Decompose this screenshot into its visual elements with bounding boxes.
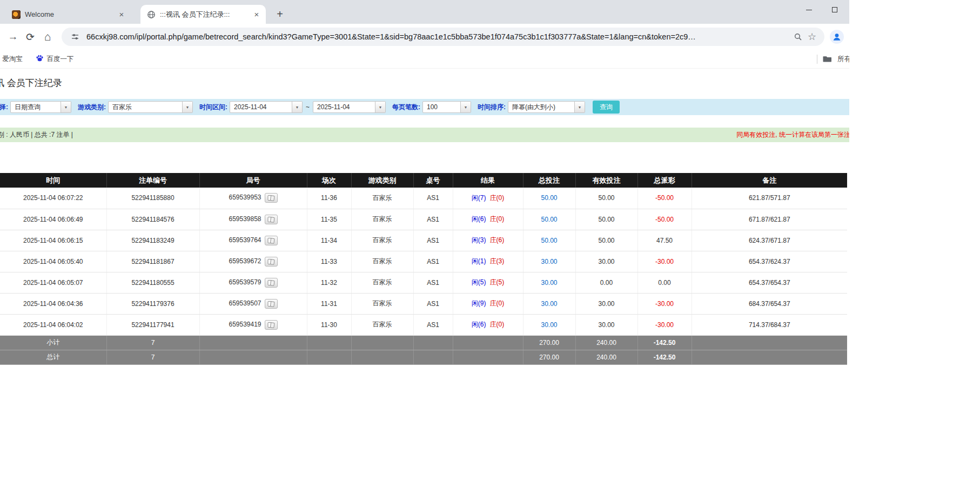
cell-total-bet[interactable]: 30.00 [523,314,575,335]
page-title: 视讯 会员下注纪录 [0,77,849,90]
url-bar[interactable]: 66cxkj98.com/ipl/portal.php/game/betreco… [62,28,824,46]
chevron-down-icon[interactable]: ▼ [375,102,385,112]
round-result-icon[interactable] [265,257,278,267]
cell-valid-bet: 30.00 [575,251,637,272]
cell-time: 2025-11-04 06:06:15 [0,230,106,251]
round-result-icon[interactable] [265,215,278,224]
cell-table-no: AS1 [413,293,453,314]
cell-round: 659539764 [199,230,307,251]
round-number: 659539953 [229,194,261,201]
cell-total-bet[interactable]: 30.00 [523,272,575,293]
cell-session: 11-30 [307,314,351,335]
cell-round: 659539858 [199,209,307,230]
cell-valid-bet: 50.00 [575,209,637,230]
chevron-down-icon[interactable]: ▼ [292,102,302,112]
cell-total-bet[interactable]: 50.00 [523,230,575,251]
sort-order-select[interactable]: 降幂(由大到小) ▼ [508,101,585,113]
page-size-label: 每页笔数: [392,103,420,112]
cell-payout: -50.00 [637,209,692,230]
cell-round: 659539419 [199,314,307,335]
bookmark-aitaobao[interactable]: 爱淘宝 [1,55,24,64]
baidu-paw-icon [36,54,44,64]
column-header: 结果 [453,173,523,188]
chevron-down-icon[interactable]: ▼ [460,102,471,112]
table-row: 2025-11-04 06:05:07522941180555659539579… [0,272,847,293]
cell-time: 2025-11-04 06:05:07 [0,272,106,293]
round-result-icon[interactable] [265,278,278,288]
cell-valid-bet: 50.00 [575,188,637,209]
total-empty-cell [307,350,351,364]
cell-total-bet[interactable]: 30.00 [523,293,575,314]
round-result-icon[interactable] [265,236,278,245]
result-banker: 庄(5) [490,278,505,286]
round-number: 659539579 [229,278,261,286]
url-text: 66cxkj98.com/ipl/portal.php/game/betreco… [86,32,787,41]
result-banker: 庄(0) [490,299,505,307]
forward-icon[interactable]: → [4,28,22,45]
cell-bet-id: 522941181867 [106,251,199,272]
zoom-icon[interactable] [791,30,805,44]
globe-icon [147,10,156,19]
cell-result: 闲(9)庄(0) [453,293,523,314]
date-from-select[interactable]: 2025-11-04 ▼ [230,101,303,113]
welcome-tab-favicon [12,10,21,19]
cell-total-bet[interactable]: 50.00 [523,188,575,209]
round-number: 659539764 [229,236,261,244]
result-banker: 庄(3) [490,257,505,265]
cell-game-type: 百家乐 [351,188,413,209]
query-type-value: 日期查询 [11,102,61,112]
cell-round: 659539672 [199,251,307,272]
cell-total-bet[interactable]: 50.00 [523,209,575,230]
round-result-icon[interactable] [265,193,278,203]
query-type-select[interactable]: 日期查询 ▼ [10,101,71,113]
total-empty-cell [307,335,351,350]
maximize-button[interactable] [822,0,847,19]
cell-payout: 47.50 [637,230,692,251]
total-bet-sum: 270.00 [523,350,575,364]
reload-icon[interactable]: ⟳ [22,28,39,45]
total-count: 7 [106,335,199,350]
page-size-select[interactable]: 100 ▼ [422,101,471,113]
bookmarks-bar: 爱淘宝 百度一下 所有书签 [0,50,849,69]
cell-total-bet[interactable]: 30.00 [523,251,575,272]
cell-bet-id: 522941179376 [106,293,199,314]
total-empty-cell [413,350,453,364]
total-empty-cell [199,350,307,364]
total-bet-sum: 270.00 [523,335,575,350]
new-tab-button[interactable]: + [272,6,287,22]
chevron-down-icon[interactable]: ▼ [61,102,71,112]
site-settings-icon[interactable] [68,30,82,44]
all-bookmarks-label[interactable]: 所有书签 [837,55,849,64]
total-empty-cell [692,350,847,364]
table-row: 2025-11-04 06:07:22522941185880659539953… [0,188,847,209]
cell-time: 2025-11-04 06:05:40 [0,251,106,272]
result-banker: 庄(0) [490,321,505,328]
tab-bet-records[interactable]: :::视讯 会员下注纪录::: × [140,5,266,24]
bookmark-baidu[interactable]: 百度一下 [35,54,75,64]
tab-welcome[interactable]: Welcome × [5,5,131,24]
chevron-down-icon[interactable]: ▼ [574,102,585,112]
date-to-value: 2025-11-04 [313,102,375,112]
profile-avatar[interactable] [830,30,844,44]
home-icon[interactable]: ⌂ [39,28,56,45]
round-result-icon[interactable] [265,299,278,309]
valid-bet-sum: 240.00 [575,335,637,350]
cell-session: 11-32 [307,272,351,293]
bookmark-star-icon[interactable]: ☆ [805,30,819,44]
cell-session: 11-31 [307,293,351,314]
game-type-select[interactable]: 百家乐 ▼ [108,101,193,113]
search-button[interactable]: 查询 [593,101,620,114]
date-to-select[interactable]: 2025-11-04 ▼ [313,101,386,113]
tab-close-icon[interactable]: × [252,10,261,19]
cell-note: 714.37/684.37 [692,314,847,335]
cell-round: 659539507 [199,293,307,314]
minimize-button[interactable] [796,0,822,19]
tab-close-icon[interactable]: × [117,10,126,19]
column-header: 场次 [307,173,351,188]
cell-result: 闲(6)庄(0) [453,314,523,335]
table-foot: 小计7270.00240.00-142.50总计7270.00240.00-14… [0,335,847,364]
round-result-icon[interactable] [265,320,278,330]
result-player: 闲(3) [472,236,486,244]
browser-toolbar: → ⟳ ⌂ 66cxkj98.com/ipl/portal.php/game/b… [0,24,849,50]
chevron-down-icon[interactable]: ▼ [182,102,192,112]
